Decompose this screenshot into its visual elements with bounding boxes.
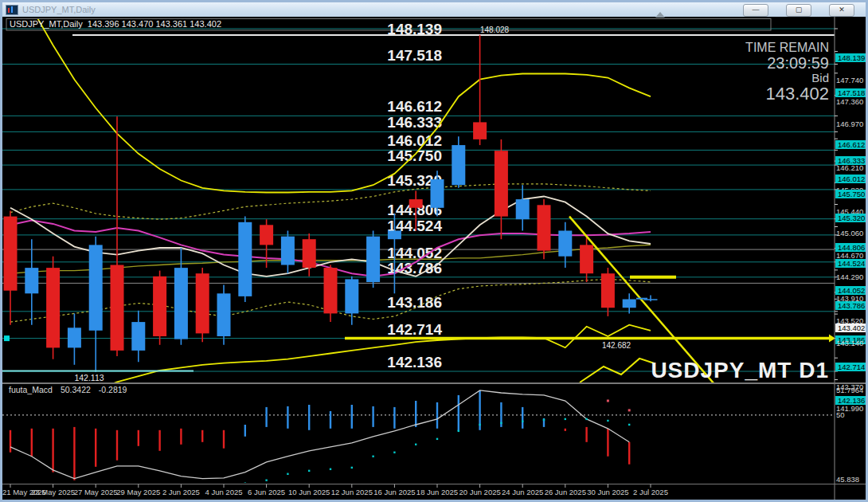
candle-body [324,268,338,313]
candle-body [580,245,593,273]
trend-line [569,217,714,383]
price-level-label: 146.612 [387,98,442,115]
candle-body [623,300,636,308]
candle-body [46,268,60,347]
trend-line-label: 142.682 [602,341,631,350]
macd-dot [607,420,608,422]
candle-body [303,239,316,268]
candle-body [25,268,38,293]
macd-dot [330,469,331,470]
candle-body [196,273,209,333]
envelope-upper-line [10,17,651,193]
macd-signal-line [10,390,629,479]
high-line-label: 148.028 [480,25,510,34]
candle-body [345,279,358,313]
mt4-chart-window: USDJPY_MT,Daily — ▢ ✕ 148.139147.518146.… [0,0,868,502]
candle-body [495,151,508,216]
macd-dot [287,473,288,475]
candle-body [473,122,487,139]
macd-red-dot [628,409,631,411]
candle-body [601,273,615,308]
candle-body [153,276,166,336]
close-button[interactable]: ✕ [829,4,854,17]
candle-body [89,245,103,330]
candle-body [366,237,380,282]
price-level-label: 148.139 [387,21,442,37]
window-title: USDJPY_MT,Daily [22,5,96,14]
candle-body [238,222,252,296]
candle-body [131,322,145,351]
chart-window-icon [6,5,18,15]
price-level-label: 142.714 [387,321,442,338]
price-level-label: 142.136 [387,354,442,371]
candle-body [452,145,465,185]
macd-dot [393,452,395,453]
macd-dot [436,438,438,440]
candle-body [174,268,188,339]
macd-dot [415,444,416,445]
window-titlebar[interactable]: USDJPY_MT,Daily — ▢ ✕ [2,2,866,17]
macd-dot [628,424,630,426]
candle-body [217,293,231,336]
macd-dot [543,419,545,421]
macd-red-dot [607,399,609,402]
candle-body [516,199,530,219]
macd-dot [479,424,480,426]
chart-canvas[interactable]: 148.139147.518146.612146.333146.012145.7… [2,17,866,500]
price-level-label: 147.518 [387,47,442,64]
macd-dot [585,418,587,420]
macd-dot [522,421,523,422]
low-line-label: 142.113 [74,373,104,382]
candle-body [281,237,295,265]
macd-dot [458,430,459,432]
price-level-label: 145.750 [387,147,442,164]
macd-dot [265,479,267,480]
candle-body [388,231,401,240]
zigzag-line [580,359,654,382]
macd-dot [351,467,353,469]
macd-dot [500,422,502,424]
candle-body [260,225,273,245]
candle-body [4,217,18,291]
maximize-button[interactable]: ▢ [786,4,811,17]
white-ma-line [10,197,651,276]
macd-dot [308,470,310,472]
price-level-label: 146.333 [387,114,442,131]
candle-body [111,265,124,351]
candle-body [68,327,81,347]
line-handle [4,335,10,341]
minimize-button[interactable]: — [743,4,768,17]
macd-dot [565,418,566,420]
candle-body [558,231,572,257]
candle-body [409,199,423,208]
candle-body [431,179,444,208]
chart-client-area: 148.139147.518146.612146.333146.012145.7… [2,17,866,500]
candle-body [538,205,551,250]
macd-dot [372,456,373,457]
